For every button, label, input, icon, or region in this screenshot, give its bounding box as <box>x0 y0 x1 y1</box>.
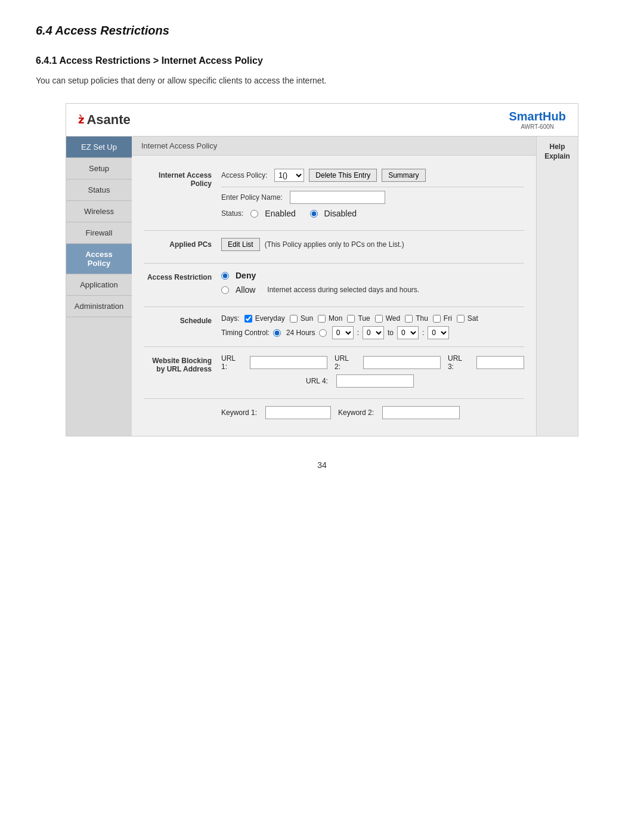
applied-pcs-row: Edit List (This Policy applies only to P… <box>221 238 524 251</box>
tue-item: Tue <box>347 314 370 323</box>
schedule-fields: Days: Everyday Sun <box>221 314 524 339</box>
allow-radio[interactable] <box>221 286 229 294</box>
keyword1-input[interactable] <box>265 406 331 419</box>
to-min-select[interactable]: 0 <box>428 326 449 339</box>
everyday-checkbox[interactable] <box>244 315 252 323</box>
form-container: Internet Access Policy Access Policy: 1(… <box>132 156 536 436</box>
custom-timing-radio[interactable] <box>319 329 327 337</box>
disabled-radio[interactable] <box>310 210 318 218</box>
deny-radio[interactable] <box>221 272 229 280</box>
from-hour-select[interactable]: 0 <box>332 326 354 339</box>
url1-label: URL 1: <box>221 354 242 371</box>
applied-pcs-label: Applied PCs <box>144 238 221 249</box>
router-body: EZ Set Up Setup Status Wireless Firewall… <box>66 137 578 436</box>
url2-input[interactable] <box>363 356 441 369</box>
help-title: Help <box>541 143 573 151</box>
url4-label: URL 4: <box>306 377 328 385</box>
url4-input[interactable] <box>336 374 414 388</box>
sidebar-item-setup[interactable]: Setup <box>66 158 132 179</box>
tue-label: Tue <box>358 314 370 323</box>
everyday-item: Everyday <box>244 314 285 323</box>
access-policy-select[interactable]: 1() <box>274 169 304 182</box>
mon-checkbox[interactable] <box>318 315 326 323</box>
keywords-label <box>144 406 221 408</box>
disabled-label: Disabled <box>324 209 357 218</box>
timing-row: Timing Control: 24 Hours 0 : 0 to 0 <box>221 326 524 339</box>
keywords-row: Keyword 1: Keyword 2: <box>221 406 524 419</box>
schedule-section: Schedule Days: Everyday <box>144 307 524 347</box>
applied-pcs-fields: Edit List (This Policy applies only to P… <box>221 238 524 256</box>
days-row: Days: Everyday Sun <box>221 314 524 323</box>
mon-label: Mon <box>329 314 342 323</box>
url2-label: URL 2: <box>335 354 355 371</box>
tue-checkbox[interactable] <box>347 315 355 323</box>
wed-checkbox[interactable] <box>375 315 383 323</box>
24hours-radio[interactable] <box>273 329 281 337</box>
policy-name-input[interactable] <box>290 191 385 204</box>
asante-brand-name: Asante <box>86 112 130 128</box>
deny-label: Deny <box>236 271 256 280</box>
sidebar-item-application[interactable]: Application <box>66 274 132 296</box>
keywords-section: Keyword 1: Keyword 2: <box>144 399 524 430</box>
thu-label: Thu <box>416 314 428 323</box>
url3-input[interactable] <box>476 356 524 369</box>
sidebar-item-administration[interactable]: Administration <box>66 296 132 317</box>
schedule-label: Schedule <box>144 314 221 325</box>
sun-label: Sun <box>301 314 313 323</box>
delete-entry-button[interactable]: Delete This Entry <box>309 169 377 182</box>
fri-label: Fri <box>444 314 452 323</box>
allow-detail: Internet access during selected days and… <box>267 286 419 294</box>
content-area: Internet Access Policy Internet Access P… <box>132 137 578 436</box>
intro-text: You can setup policies that deny or allo… <box>36 76 608 85</box>
to-hour-select[interactable]: 0 <box>397 326 419 339</box>
url1-input[interactable] <box>250 356 327 369</box>
sidebar-item-access-policy[interactable]: Access Policy <box>66 244 132 274</box>
keyword2-input[interactable] <box>382 406 460 419</box>
internet-access-policy-section: Internet Access Policy Access Policy: 1(… <box>144 162 524 231</box>
access-restriction-section: Access Restriction Deny Allow <box>144 264 524 307</box>
access-restriction-fields: Deny Allow Internet access during select… <box>221 271 524 299</box>
sat-label: Sat <box>467 314 478 323</box>
internet-access-policy-fields: Access Policy: 1() Delete This Entry Sum… <box>221 169 524 223</box>
section-title: 6.4 Access Restrictions <box>36 24 608 38</box>
sat-item: Sat <box>457 314 478 323</box>
router-ui: z̀ Asante SmartHub AWRT-600N EZ Set Up S… <box>66 103 578 436</box>
url-row-2: URL 4: <box>221 374 524 388</box>
access-policy-label: Access Policy: <box>221 171 267 179</box>
asante-logo: z̀ Asante <box>78 112 131 128</box>
main-content: Internet Access Policy Internet Access P… <box>132 137 536 436</box>
tab-bar: Internet Access Policy <box>132 137 536 156</box>
router-header: z̀ Asante SmartHub AWRT-600N <box>66 104 578 137</box>
website-blocking-section: Website Blocking by URL Address URL 1: U… <box>144 347 524 399</box>
enabled-radio[interactable] <box>250 210 258 218</box>
status-row: Status: Enabled Disabled <box>221 209 524 218</box>
summary-button[interactable]: Summary <box>382 169 425 182</box>
sun-item: Sun <box>290 314 313 323</box>
thu-checkbox[interactable] <box>405 315 413 323</box>
sidebar-item-wireless[interactable]: Wireless <box>66 201 132 222</box>
sun-checkbox[interactable] <box>290 315 298 323</box>
24hours-label: 24 Hours <box>286 329 315 337</box>
sidebar: EZ Set Up Setup Status Wireless Firewall… <box>66 137 132 436</box>
smarthub-model: AWRT-600N <box>509 123 566 130</box>
page-number: 34 <box>317 460 327 470</box>
url3-label: URL 3: <box>448 354 468 371</box>
sidebar-item-status[interactable]: Status <box>66 179 132 201</box>
tab-label: Internet Access Policy <box>141 141 217 150</box>
fri-item: Fri <box>433 314 452 323</box>
explain-label[interactable]: Explain <box>541 152 573 160</box>
policy-name-label: Enter Policy Name: <box>221 193 283 202</box>
edit-list-button[interactable]: Edit List <box>221 238 260 251</box>
everyday-label: Everyday <box>255 314 285 323</box>
sidebar-item-firewall[interactable]: Firewall <box>66 222 132 244</box>
sat-checkbox[interactable] <box>457 315 465 323</box>
applied-pcs-section: Applied PCs Edit List (This Policy appli… <box>144 231 524 264</box>
sidebar-item-ezsetup[interactable]: EZ Set Up <box>66 137 132 158</box>
policy-name-row: Enter Policy Name: <box>221 191 524 204</box>
to-label: to <box>388 329 394 337</box>
from-min-select[interactable]: 0 <box>363 326 384 339</box>
subsection-title: 6.4.1 Access Restrictions > Internet Acc… <box>36 55 608 66</box>
fri-checkbox[interactable] <box>433 315 441 323</box>
thu-item: Thu <box>405 314 428 323</box>
keyword1-label: Keyword 1: <box>221 408 257 417</box>
